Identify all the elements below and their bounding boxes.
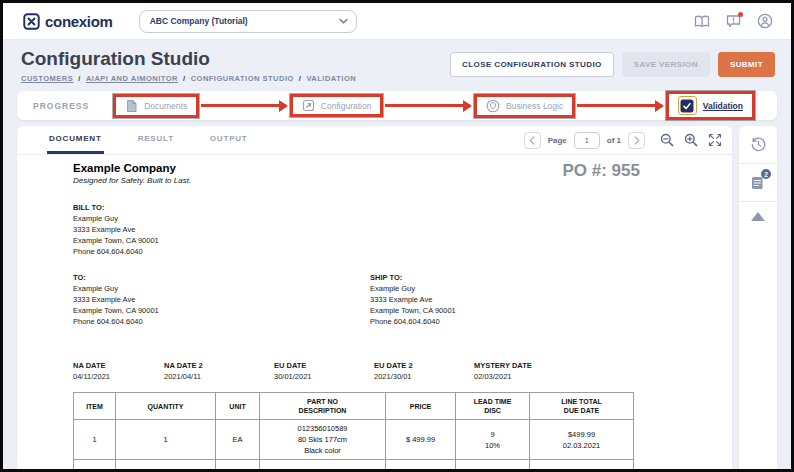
page-label: Page [548, 136, 567, 145]
progress-step-documents[interactable]: Documents [113, 94, 199, 118]
close-configuration-studio-button[interactable]: CLOSE CONFIGURATION STUDIO [450, 52, 614, 77]
validation-check-icon [680, 99, 694, 113]
date-field: EU DATE 2 2021/30/01 [374, 360, 474, 382]
col-header-line-total: LINE TOTALDUE DATE [530, 393, 634, 420]
notification-dot [738, 12, 743, 17]
history-button[interactable] [739, 126, 777, 163]
date-value: 2021/04/11 [164, 371, 274, 382]
top-bar: conexiom ABC Company (Tutorial) [3, 3, 791, 40]
cell-part-no: 01235601058980 Skis 177cmBlack color [260, 420, 386, 460]
progress-step-label: Configuration [321, 101, 372, 111]
company-selector[interactable]: ABC Company (Tutorial) [139, 10, 357, 33]
collapse-button[interactable] [739, 202, 777, 231]
next-page-button[interactable] [628, 132, 645, 149]
table-row: 1 1 EA 01235601058980 Skis 177cmBlack co… [74, 420, 634, 460]
col-header-part-no: PART NODESCRIPTION [260, 393, 386, 420]
cell-price: $ 499.99 [386, 420, 456, 460]
col-header-item: ITEM [74, 393, 116, 420]
collapse-triangle-icon [751, 212, 765, 221]
zoom-out-icon[interactable] [660, 133, 674, 147]
address-line: Example Guy [370, 283, 456, 294]
fullscreen-icon[interactable] [708, 133, 722, 147]
page-title: Configuration Studio [21, 48, 356, 70]
page-navigation: Page of 1 [524, 126, 722, 154]
date-field: NA DATE 04/11/2021 [73, 360, 164, 382]
page-number-input[interactable] [574, 132, 600, 149]
breadcrumb-separator: / [299, 74, 302, 83]
address-line: 3333 Example Ave [73, 294, 370, 305]
chevron-down-icon [339, 18, 348, 24]
date-value: 02/03/2021 [474, 371, 584, 382]
progress-step-label: Documents [144, 101, 187, 111]
bill-to-block: BILL TO: Example Guy 3333 Example Ave Ex… [73, 202, 712, 257]
configuration-icon [302, 99, 315, 112]
breadcrumb-separator: / [183, 74, 186, 83]
col-header-lead-time: LEAD TIMEDISC [456, 393, 530, 420]
date-field: NA DATE 2 2021/04/11 [164, 360, 274, 382]
zoom-in-icon[interactable] [684, 133, 698, 147]
tab-result[interactable]: RESULT [136, 126, 176, 154]
date-value: 30/01/2021 [274, 371, 374, 382]
address-line: Example Town, CA 90001 [73, 235, 712, 246]
to-heading: TO: [73, 272, 370, 283]
line-items-table: ITEM QUANTITY UNIT PART NODESCRIPTION PR… [73, 392, 634, 469]
address-line: Example Town, CA 90001 [73, 305, 370, 316]
date-field: EU DATE 30/01/2021 [274, 360, 374, 382]
date-value: 04/11/2021 [73, 371, 164, 382]
page-header: Configuration Studio CUSTOMERS / AIAPI A… [3, 40, 791, 89]
progress-step-configuration[interactable]: Configuration [290, 94, 384, 117]
tab-document[interactable]: DOCUMENT [47, 126, 104, 154]
annotation-arrow [201, 104, 286, 107]
company-selector-value: ABC Company (Tutorial) [150, 16, 339, 26]
address-line: Phone 604.604.6040 [73, 246, 712, 257]
document-viewer: DOCUMENT RESULT OUTPUT Page of 1 [17, 126, 732, 469]
annotation-arrow [577, 104, 662, 107]
submit-button[interactable]: SUBMIT [718, 52, 775, 77]
right-toolbar: 2 [739, 126, 777, 469]
annotations-button[interactable]: 2 [739, 164, 777, 201]
po-number: PO #: 955 [563, 161, 641, 181]
logo-text: conexiom [45, 13, 113, 30]
progress-step-validation[interactable]: Validation [666, 91, 755, 120]
date-label: NA DATE [73, 360, 164, 371]
history-icon [750, 136, 767, 153]
address-line: Example Guy [73, 283, 370, 294]
viewer-tabs: DOCUMENT RESULT OUTPUT Page of 1 [17, 126, 732, 155]
progress-step-label: Business Logic [506, 101, 563, 111]
address-line: Example Town, CA 90001 [370, 305, 456, 316]
cell-line-total: $499.9902.03.2021 [530, 420, 634, 460]
help-book-icon[interactable] [694, 15, 710, 28]
address-line: 3333 Example Ave [370, 294, 456, 305]
page-count-label: of 1 [607, 136, 621, 145]
previous-page-button[interactable] [524, 132, 541, 149]
col-header-quantity: QUANTITY [116, 393, 216, 420]
account-icon[interactable] [757, 13, 773, 29]
annotations-count-badge: 2 [761, 169, 771, 179]
document-page: Example Company Designed for Safety. Bui… [17, 155, 732, 469]
breadcrumb-validation: VALIDATION [306, 74, 356, 83]
breadcrumb: CUSTOMERS / AIAPI AND AIMONITOR / CONFIG… [21, 74, 356, 83]
date-label: MYSTERY DATE [474, 360, 584, 371]
save-version-button[interactable]: SAVE VERSION [622, 52, 710, 77]
app-window: conexiom ABC Company (Tutorial) [0, 0, 794, 472]
progress-step-label: Validation [703, 101, 743, 111]
date-label: EU DATE [274, 360, 374, 371]
feedback-icon[interactable] [726, 14, 741, 28]
tab-output[interactable]: OUTPUT [208, 126, 250, 154]
conexiom-logo: conexiom [23, 13, 113, 30]
progress-step-business-logic[interactable]: Business Logic [474, 94, 575, 118]
dates-row: NA DATE 04/11/2021 NA DATE 2 2021/04/11 … [73, 360, 712, 382]
progress-bar: PROGRESS Documents Configuration Busines… [17, 91, 777, 120]
cell-quantity: 1 [116, 420, 216, 460]
breadcrumb-customers[interactable]: CUSTOMERS [21, 74, 73, 83]
cell-item: 1 [74, 420, 116, 460]
cell-unit: EA [216, 420, 260, 460]
conexiom-logo-icon [23, 13, 40, 30]
document-icon [125, 99, 138, 113]
bill-to-heading: BILL TO: [73, 202, 712, 213]
ship-to-heading: SHIP TO: [370, 272, 456, 283]
annotation-arrow [385, 104, 470, 107]
address-line: Example Guy [73, 213, 712, 224]
breadcrumb-aiapi-and-aimonitor[interactable]: AIAPI AND AIMONITOR [86, 74, 178, 83]
table-row [74, 460, 634, 470]
